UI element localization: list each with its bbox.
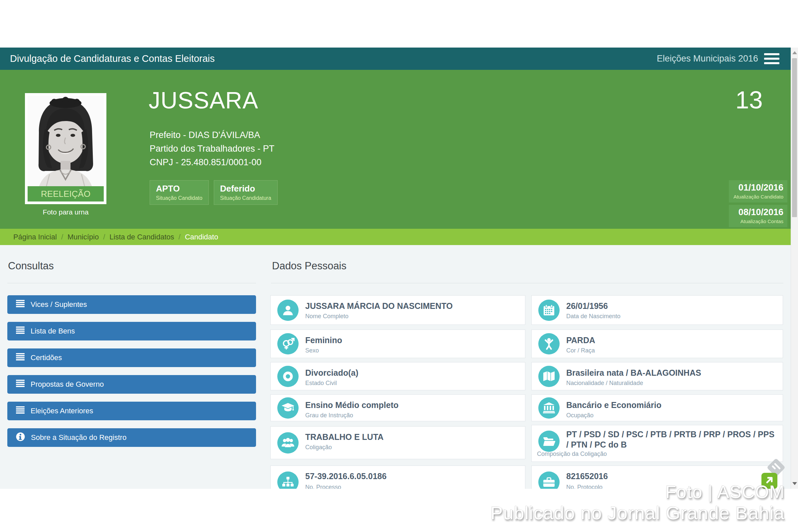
status-badge-label: Situação Candidato (156, 195, 203, 201)
screenshot-root: Divulgação de Candidaturas e Contas Elei… (0, 0, 798, 532)
scrollbar-thumb[interactable] (792, 58, 797, 217)
card-cor-raca: PARDA Cor / Raça (531, 329, 783, 358)
app-header: Divulgação de Candidaturas e Contas Elei… (0, 48, 798, 70)
list-icon (16, 380, 25, 389)
card-value: Ensino Médio completo (305, 400, 520, 410)
info-icon (16, 432, 25, 443)
folder-open-icon (538, 431, 559, 452)
menu-propostas-de-governo[interactable]: Propostas de Governo (7, 375, 256, 394)
hamburger-menu-icon[interactable] (764, 53, 779, 64)
breadcrumb: Página Inicial / Município / Lista de Ca… (0, 229, 798, 245)
card-label: Coligação (305, 444, 332, 451)
watermark-publisher: Publicado no Jornal Grande Bahia (491, 502, 785, 524)
menu-vices-suplentes[interactable]: Vices / Suplentes (7, 295, 256, 314)
election-context-label: Eleições Municipais 2016 (657, 54, 758, 64)
card-label: Nome Completo (305, 313, 348, 320)
header-right-group: Eleições Municipais 2016 (657, 48, 779, 70)
card-value: JUSSARA MÁRCIA DO NASCIMENTO (305, 301, 520, 311)
card-sexo: Feminino Sexo (270, 329, 525, 358)
update-badges: 01/10/2016 Atualização Candidato 08/10/2… (729, 180, 787, 229)
candidate-photo (27, 96, 104, 202)
list-icon (16, 353, 25, 362)
consultas-title: Consultas (8, 260, 54, 272)
list-icon (16, 326, 25, 336)
status-badge-candidatura: Deferido Situação Candidatura (214, 180, 278, 205)
breadcrumb-separator: / (178, 233, 180, 241)
party: Partido dos Trabalhadores - PT (150, 142, 274, 156)
scrollbar-down-arrow[interactable] (792, 482, 797, 485)
card-value: 57-39.2016.6.05.0186 (305, 471, 520, 481)
card-label: Sexo (305, 347, 319, 354)
cnpj: CNPJ - 25.480.851/0001-00 (150, 156, 274, 169)
candidate-hero: REELEIÇÃO Foto para urna JUSSARA Prefeit… (0, 70, 798, 229)
update-contas: 08/10/2016 Atualização Contas (729, 205, 787, 227)
breadcrumb-municipio[interactable]: Município (68, 233, 99, 241)
gender-icon (277, 333, 299, 355)
status-badge-value: APTO (156, 184, 203, 194)
breadcrumb-separator: / (61, 233, 63, 241)
scrollbar-up-arrow[interactable] (792, 51, 797, 54)
card-label: Data de Nascimento (566, 313, 621, 320)
card-value: Brasileira nata / BA-ALAGOINHAS (566, 368, 777, 378)
menu-lista-de-bens[interactable]: Lista de Bens (7, 322, 256, 341)
card-ocupacao: Bancário e Economiário Ocupação (531, 394, 783, 421)
divider (7, 283, 256, 283)
card-label: Nacionalidade / Naturalidade (566, 380, 643, 387)
scrollbar (791, 48, 798, 489)
tag-icon-detail (772, 465, 776, 470)
status-badge-candidato: APTO Situação Candidato (150, 180, 209, 205)
card-data-nascimento: 26/01/1956 Data de Nascimento (531, 295, 783, 325)
card-label: Cor / Raça (566, 347, 595, 354)
candidate-photo-frame: REELEIÇÃO (25, 93, 107, 204)
menu-eleicoes-anteriores[interactable]: Eleições Anteriores (7, 402, 256, 420)
briefcase-icon (538, 472, 559, 489)
card-label: Estado Civil (305, 380, 337, 387)
menu-certidoes[interactable]: Certidões (7, 348, 256, 367)
update-label: Atualização Candidato (733, 194, 783, 200)
card-coligacao: TRABALHO E LUTA Coligação (270, 426, 525, 459)
card-value: PARDA (566, 335, 777, 345)
user-icon (277, 300, 299, 321)
card-value: TRABALHO E LUTA (305, 432, 520, 442)
status-badge-label: Situação Candidatura (220, 195, 271, 201)
menu-sobre-situacao-registro[interactable]: Sobre a Situação do Registro (7, 428, 256, 447)
dados-pessoais-title: Dados Pessoais (272, 260, 346, 272)
card-nome-completo: JUSSARA MÁRCIA DO NASCIMENTO Nome Comple… (270, 295, 525, 325)
office-location: Prefeito - DIAS D'ÁVILA/BA (150, 128, 274, 142)
sitemap-icon (277, 472, 299, 489)
ballot-number: 13 (736, 86, 763, 114)
graduation-cap-icon (277, 397, 299, 419)
card-grau-instrucao: Ensino Médio completo Grau de Instrução (270, 394, 525, 421)
candidate-name: JUSSARA (149, 87, 258, 114)
consultas-menu: Vices / Suplentes Lista de Bens Certidõe… (7, 295, 256, 455)
map-icon (538, 366, 559, 387)
menu-label: Propostas de Governo (31, 380, 104, 389)
card-label: No. Protocolo (566, 484, 603, 489)
update-candidato: 01/10/2016 Atualização Candidato (729, 180, 787, 203)
ring-icon (277, 366, 299, 387)
card-composicao-coligacao: PT / PSD / SD / PSC / PTB / PRTB / PRP /… (531, 425, 783, 462)
card-label: Composição da Coligação (537, 451, 607, 457)
card-num-processo: 57-39.2016.6.05.0186 No. Processo (270, 466, 525, 489)
calendar-icon (538, 300, 559, 321)
breadcrumb-lista-candidatos[interactable]: Lista de Candidatos (109, 233, 174, 241)
card-value: PT / PSD / SD / PSC / PTB / PRTB / PRP /… (566, 429, 777, 450)
update-label: Atualização Contas (733, 218, 783, 224)
status-badge-value: Deferido (220, 184, 271, 194)
candidate-details: Prefeito - DIAS D'ÁVILA/BA Partido dos T… (150, 128, 274, 169)
breadcrumb-separator: / (103, 233, 105, 241)
card-label: Grau de Instrução (305, 412, 353, 419)
menu-label: Lista de Bens (31, 327, 75, 336)
watermark-photo-credit: Foto | ASCOM (665, 481, 785, 502)
main-content: Consultas Dados Pessoais Vices / Suplent… (0, 245, 798, 489)
menu-label: Certidões (31, 354, 62, 362)
person-raised-arms-icon (538, 333, 559, 355)
update-date: 08/10/2016 (733, 207, 783, 217)
reelection-banner: REELEIÇÃO (27, 186, 104, 202)
card-value: Feminino (305, 335, 520, 345)
breadcrumb-pagina-inicial[interactable]: Página Inicial (13, 233, 57, 241)
photo-caption: Foto para urna (25, 208, 107, 216)
menu-label: Eleições Anteriores (31, 407, 93, 415)
card-estado-civil: Divorciado(a) Estado Civil (270, 362, 525, 391)
card-nacionalidade: Brasileira nata / BA-ALAGOINHAS Nacional… (531, 362, 783, 391)
